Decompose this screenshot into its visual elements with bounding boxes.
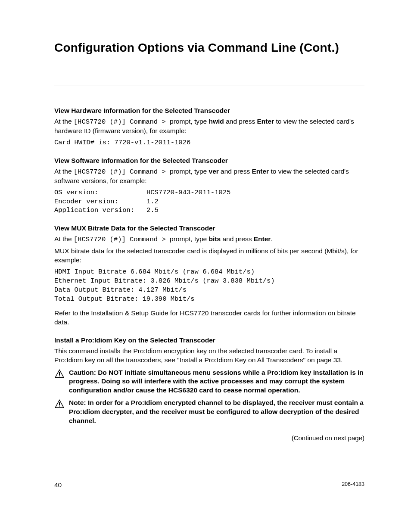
warning-icon [54, 369, 65, 378]
prompt-text: [HCS7720 (#)] Command > [74, 118, 170, 126]
section-heading-mux: View MUX Bitrate Data for the Selected T… [54, 224, 364, 232]
page-title: Configuration Options via Command Line (… [54, 41, 364, 55]
key-text: Enter [257, 118, 274, 125]
continued-label: (Continued on next page) [54, 434, 364, 442]
key-text: Enter [252, 168, 269, 175]
section-heading-proidiom: Install a Pro:Idiom Key on the Selected … [54, 336, 364, 344]
document-number: 206-4183 [342, 481, 364, 489]
warning-icon [54, 399, 65, 408]
svg-rect-1 [59, 375, 60, 376]
caution-text: Caution: Do NOT initiate simultaneous me… [69, 368, 364, 395]
page-number: 40 [54, 481, 62, 489]
paragraph-mux-2: MUX bitrate data for the selected transc… [54, 247, 364, 265]
prompt-text: [HCS7720 (#)] Command > [74, 168, 170, 176]
page-footer: 40 206-4183 [54, 481, 364, 489]
text: At the [54, 168, 74, 175]
text: . [271, 235, 272, 243]
text: prompt, type [170, 168, 209, 175]
text: and press [224, 118, 257, 125]
code-block-sw: OS version: HCS7720-943-2011-1025 Encode… [54, 188, 364, 215]
code-block-hw: Card HWID# is: 7720-v1.1-2011-1026 [54, 138, 364, 147]
text: At the [54, 118, 74, 125]
horizontal-rule [54, 85, 364, 85]
svg-rect-0 [59, 372, 60, 375]
note-text: Note: In order for a Pro:Idiom encrypted… [69, 398, 364, 426]
command-text: ver [209, 168, 219, 175]
paragraph-mux-1: At the [HCS7720 (#)] Command > prompt, t… [54, 235, 364, 244]
caution-box: Caution: Do NOT initiate simultaneous me… [54, 368, 364, 395]
text: prompt, type [170, 235, 209, 243]
command-text: hwid [209, 118, 224, 125]
paragraph-sw: At the [HCS7720 (#)] Command > prompt, t… [54, 167, 364, 186]
text: and press [221, 235, 254, 243]
text: At the [54, 235, 74, 243]
text: and press [219, 168, 252, 175]
svg-rect-2 [59, 402, 60, 405]
paragraph-hw: At the [HCS7720 (#)] Command > prompt, t… [54, 117, 364, 136]
prompt-text: [HCS7720 (#)] Command > [74, 236, 170, 243]
paragraph-proidiom: This command installs the Pro:Idiom encr… [54, 347, 364, 365]
section-heading-hw: View Hardware Information for the Select… [54, 107, 364, 115]
section-heading-sw: View Software Information for the Select… [54, 157, 364, 165]
command-text: bits [209, 235, 221, 243]
note-box: Note: In order for a Pro:Idiom encrypted… [54, 398, 364, 426]
svg-rect-3 [59, 406, 60, 407]
text: prompt, type [170, 118, 209, 125]
code-block-mux: HDMI Input Bitrate 6.684 Mbit/s (raw 6.6… [54, 268, 364, 304]
key-text: Enter [254, 235, 271, 243]
paragraph-mux-3: Refer to the Installation & Setup Guide … [54, 309, 364, 327]
